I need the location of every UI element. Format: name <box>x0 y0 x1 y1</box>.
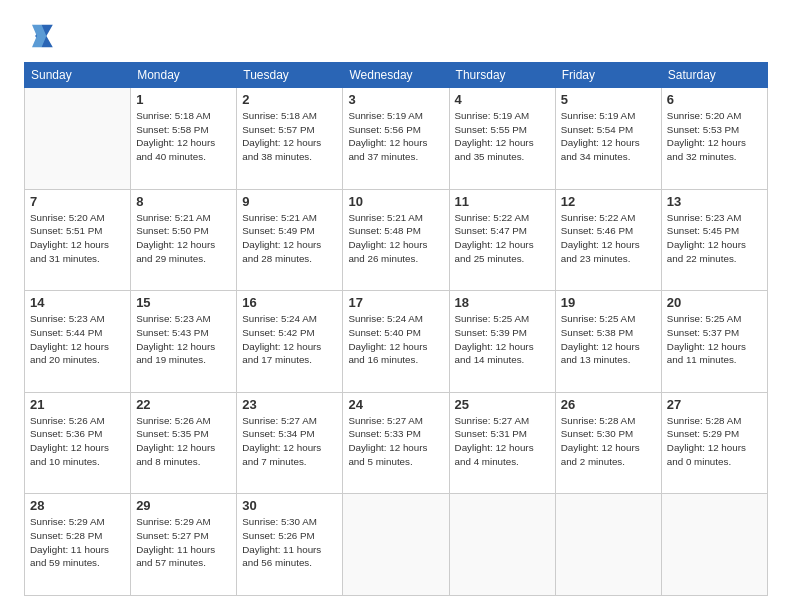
calendar-cell: 10Sunrise: 5:21 AM Sunset: 5:48 PM Dayli… <box>343 189 449 291</box>
day-info: Sunrise: 5:21 AM Sunset: 5:49 PM Dayligh… <box>242 211 337 266</box>
day-info: Sunrise: 5:27 AM Sunset: 5:31 PM Dayligh… <box>455 414 550 469</box>
day-number: 27 <box>667 397 762 412</box>
calendar-cell: 29Sunrise: 5:29 AM Sunset: 5:27 PM Dayli… <box>131 494 237 596</box>
calendar-cell: 24Sunrise: 5:27 AM Sunset: 5:33 PM Dayli… <box>343 392 449 494</box>
calendar-cell: 27Sunrise: 5:28 AM Sunset: 5:29 PM Dayli… <box>661 392 767 494</box>
calendar-cell: 30Sunrise: 5:30 AM Sunset: 5:26 PM Dayli… <box>237 494 343 596</box>
day-number: 8 <box>136 194 231 209</box>
calendar: SundayMondayTuesdayWednesdayThursdayFrid… <box>24 62 768 596</box>
calendar-cell: 3Sunrise: 5:19 AM Sunset: 5:56 PM Daylig… <box>343 88 449 190</box>
calendar-cell: 22Sunrise: 5:26 AM Sunset: 5:35 PM Dayli… <box>131 392 237 494</box>
calendar-cell <box>555 494 661 596</box>
weekday-header-tuesday: Tuesday <box>237 63 343 88</box>
day-info: Sunrise: 5:29 AM Sunset: 5:27 PM Dayligh… <box>136 515 231 570</box>
day-number: 1 <box>136 92 231 107</box>
day-info: Sunrise: 5:23 AM Sunset: 5:43 PM Dayligh… <box>136 312 231 367</box>
calendar-cell <box>25 88 131 190</box>
calendar-cell: 8Sunrise: 5:21 AM Sunset: 5:50 PM Daylig… <box>131 189 237 291</box>
day-info: Sunrise: 5:30 AM Sunset: 5:26 PM Dayligh… <box>242 515 337 570</box>
day-number: 25 <box>455 397 550 412</box>
calendar-cell: 18Sunrise: 5:25 AM Sunset: 5:39 PM Dayli… <box>449 291 555 393</box>
calendar-cell: 17Sunrise: 5:24 AM Sunset: 5:40 PM Dayli… <box>343 291 449 393</box>
day-info: Sunrise: 5:18 AM Sunset: 5:57 PM Dayligh… <box>242 109 337 164</box>
day-number: 21 <box>30 397 125 412</box>
day-info: Sunrise: 5:19 AM Sunset: 5:54 PM Dayligh… <box>561 109 656 164</box>
calendar-cell: 9Sunrise: 5:21 AM Sunset: 5:49 PM Daylig… <box>237 189 343 291</box>
day-info: Sunrise: 5:26 AM Sunset: 5:36 PM Dayligh… <box>30 414 125 469</box>
day-number: 14 <box>30 295 125 310</box>
week-row-5: 28Sunrise: 5:29 AM Sunset: 5:28 PM Dayli… <box>25 494 768 596</box>
day-info: Sunrise: 5:21 AM Sunset: 5:50 PM Dayligh… <box>136 211 231 266</box>
day-info: Sunrise: 5:19 AM Sunset: 5:55 PM Dayligh… <box>455 109 550 164</box>
day-number: 2 <box>242 92 337 107</box>
week-row-4: 21Sunrise: 5:26 AM Sunset: 5:36 PM Dayli… <box>25 392 768 494</box>
day-number: 11 <box>455 194 550 209</box>
day-number: 3 <box>348 92 443 107</box>
calendar-cell <box>661 494 767 596</box>
day-number: 9 <box>242 194 337 209</box>
day-info: Sunrise: 5:19 AM Sunset: 5:56 PM Dayligh… <box>348 109 443 164</box>
calendar-cell: 6Sunrise: 5:20 AM Sunset: 5:53 PM Daylig… <box>661 88 767 190</box>
weekday-header-thursday: Thursday <box>449 63 555 88</box>
weekday-header-friday: Friday <box>555 63 661 88</box>
week-row-3: 14Sunrise: 5:23 AM Sunset: 5:44 PM Dayli… <box>25 291 768 393</box>
day-number: 12 <box>561 194 656 209</box>
day-number: 26 <box>561 397 656 412</box>
day-number: 28 <box>30 498 125 513</box>
weekday-header-sunday: Sunday <box>25 63 131 88</box>
day-number: 17 <box>348 295 443 310</box>
day-info: Sunrise: 5:23 AM Sunset: 5:44 PM Dayligh… <box>30 312 125 367</box>
day-info: Sunrise: 5:25 AM Sunset: 5:37 PM Dayligh… <box>667 312 762 367</box>
calendar-cell: 16Sunrise: 5:24 AM Sunset: 5:42 PM Dayli… <box>237 291 343 393</box>
day-number: 5 <box>561 92 656 107</box>
day-number: 19 <box>561 295 656 310</box>
day-number: 29 <box>136 498 231 513</box>
day-number: 7 <box>30 194 125 209</box>
day-number: 13 <box>667 194 762 209</box>
calendar-cell: 13Sunrise: 5:23 AM Sunset: 5:45 PM Dayli… <box>661 189 767 291</box>
calendar-cell: 2Sunrise: 5:18 AM Sunset: 5:57 PM Daylig… <box>237 88 343 190</box>
day-number: 30 <box>242 498 337 513</box>
day-info: Sunrise: 5:22 AM Sunset: 5:46 PM Dayligh… <box>561 211 656 266</box>
day-info: Sunrise: 5:23 AM Sunset: 5:45 PM Dayligh… <box>667 211 762 266</box>
calendar-cell: 4Sunrise: 5:19 AM Sunset: 5:55 PM Daylig… <box>449 88 555 190</box>
day-number: 15 <box>136 295 231 310</box>
day-info: Sunrise: 5:27 AM Sunset: 5:34 PM Dayligh… <box>242 414 337 469</box>
calendar-cell: 1Sunrise: 5:18 AM Sunset: 5:58 PM Daylig… <box>131 88 237 190</box>
day-number: 20 <box>667 295 762 310</box>
day-number: 24 <box>348 397 443 412</box>
day-number: 23 <box>242 397 337 412</box>
calendar-cell: 19Sunrise: 5:25 AM Sunset: 5:38 PM Dayli… <box>555 291 661 393</box>
calendar-cell: 15Sunrise: 5:23 AM Sunset: 5:43 PM Dayli… <box>131 291 237 393</box>
day-info: Sunrise: 5:28 AM Sunset: 5:29 PM Dayligh… <box>667 414 762 469</box>
week-row-2: 7Sunrise: 5:20 AM Sunset: 5:51 PM Daylig… <box>25 189 768 291</box>
day-number: 6 <box>667 92 762 107</box>
day-number: 22 <box>136 397 231 412</box>
day-number: 4 <box>455 92 550 107</box>
calendar-header-row: SundayMondayTuesdayWednesdayThursdayFrid… <box>25 63 768 88</box>
header <box>24 20 768 52</box>
week-row-1: 1Sunrise: 5:18 AM Sunset: 5:58 PM Daylig… <box>25 88 768 190</box>
calendar-cell: 21Sunrise: 5:26 AM Sunset: 5:36 PM Dayli… <box>25 392 131 494</box>
day-info: Sunrise: 5:28 AM Sunset: 5:30 PM Dayligh… <box>561 414 656 469</box>
day-number: 16 <box>242 295 337 310</box>
day-info: Sunrise: 5:24 AM Sunset: 5:42 PM Dayligh… <box>242 312 337 367</box>
day-info: Sunrise: 5:22 AM Sunset: 5:47 PM Dayligh… <box>455 211 550 266</box>
day-info: Sunrise: 5:25 AM Sunset: 5:38 PM Dayligh… <box>561 312 656 367</box>
logo-icon <box>24 20 56 52</box>
day-info: Sunrise: 5:25 AM Sunset: 5:39 PM Dayligh… <box>455 312 550 367</box>
calendar-cell: 26Sunrise: 5:28 AM Sunset: 5:30 PM Dayli… <box>555 392 661 494</box>
day-number: 10 <box>348 194 443 209</box>
day-info: Sunrise: 5:29 AM Sunset: 5:28 PM Dayligh… <box>30 515 125 570</box>
calendar-cell <box>343 494 449 596</box>
calendar-cell: 25Sunrise: 5:27 AM Sunset: 5:31 PM Dayli… <box>449 392 555 494</box>
calendar-cell: 20Sunrise: 5:25 AM Sunset: 5:37 PM Dayli… <box>661 291 767 393</box>
calendar-cell: 7Sunrise: 5:20 AM Sunset: 5:51 PM Daylig… <box>25 189 131 291</box>
calendar-cell: 5Sunrise: 5:19 AM Sunset: 5:54 PM Daylig… <box>555 88 661 190</box>
page: SundayMondayTuesdayWednesdayThursdayFrid… <box>0 0 792 612</box>
weekday-header-wednesday: Wednesday <box>343 63 449 88</box>
calendar-cell: 11Sunrise: 5:22 AM Sunset: 5:47 PM Dayli… <box>449 189 555 291</box>
day-number: 18 <box>455 295 550 310</box>
day-info: Sunrise: 5:27 AM Sunset: 5:33 PM Dayligh… <box>348 414 443 469</box>
weekday-header-saturday: Saturday <box>661 63 767 88</box>
